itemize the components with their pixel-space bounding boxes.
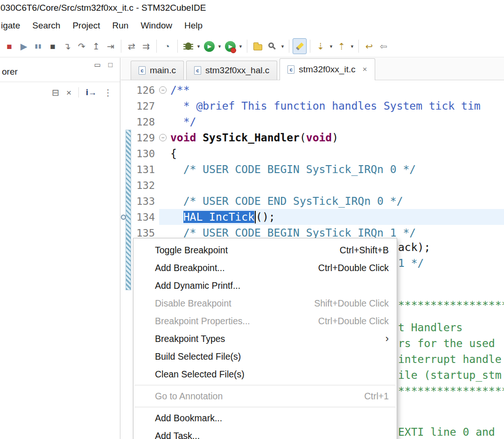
fold-collapse-icon[interactable]: − bbox=[159, 86, 167, 94]
code-fragment: ******************** bbox=[398, 299, 504, 311]
menu-project[interactable]: Project bbox=[66, 18, 106, 34]
line-content[interactable]: { bbox=[159, 146, 504, 161]
gutter-annotation-icon[interactable] bbox=[121, 215, 126, 220]
menu-igate[interactable]: igate bbox=[0, 18, 26, 34]
line-content[interactable]: */ bbox=[159, 114, 504, 130]
debug-icon[interactable] bbox=[181, 38, 195, 54]
debug-dropdown-icon[interactable]: ▾ bbox=[196, 43, 202, 49]
toolbar-separator bbox=[358, 40, 359, 53]
menu-item-label: Toggle Breakpoint bbox=[155, 245, 326, 256]
menu-item-go-to-annotation[interactable]: Go to AnnotationCtrl+1 bbox=[133, 387, 397, 405]
tab-stm32f0xx-it-c[interactable]: cstm32f0xx_it.c× bbox=[280, 58, 375, 80]
menu-item-label: Add Bookmark... bbox=[155, 413, 389, 424]
fold-collapse-icon[interactable]: − bbox=[159, 134, 167, 141]
last-edit-location-icon[interactable]: ↩ bbox=[362, 38, 376, 54]
code-lines: 126−/**127 * @brief This function handle… bbox=[121, 82, 504, 241]
fold-column: − bbox=[159, 86, 170, 94]
previous-annotation-dropdown-icon[interactable]: ▾ bbox=[349, 43, 355, 49]
line-number[interactable]: 126 bbox=[121, 84, 159, 96]
code-line-128: 128 */ bbox=[121, 114, 504, 130]
step-return-icon[interactable]: ↥ bbox=[89, 38, 103, 54]
menu-item-build-selected-file-s[interactable]: Build Selected File(s) bbox=[133, 348, 397, 365]
code-line-133: 133 /* USER CODE END SysTick_IRQn 0 */ bbox=[121, 193, 504, 209]
mark-occurrences-icon[interactable] bbox=[293, 38, 307, 54]
suspend-icon[interactable]: ▮▮ bbox=[31, 38, 45, 54]
line-content[interactable] bbox=[159, 177, 504, 193]
next-annotation-dropdown-icon[interactable]: ▾ bbox=[328, 43, 334, 49]
code-token: void bbox=[170, 132, 196, 144]
maximize-icon[interactable]: □ bbox=[108, 61, 112, 69]
external-tools-dropdown-icon[interactable]: ▾ bbox=[238, 43, 244, 49]
search-dropdown-icon[interactable]: ▾ bbox=[280, 43, 286, 49]
terminate-relaunch-icon[interactable]: ■ bbox=[2, 38, 16, 54]
menu-item-add-task[interactable]: Add Task... bbox=[133, 427, 397, 439]
tab-main-c[interactable]: cmain.c bbox=[131, 61, 184, 80]
step-over-icon[interactable]: ↷ bbox=[75, 38, 89, 54]
line-content[interactable]: /* USER CODE END SysTick_IRQn 0 */ bbox=[159, 193, 504, 209]
terminate-icon[interactable]: ■ bbox=[46, 38, 60, 54]
resume-icon[interactable]: ▶ bbox=[17, 38, 31, 54]
tab-stm32f0xx-hal-c[interactable]: cstm32f0xx_hal.c bbox=[186, 61, 277, 80]
menu-item-label: Add Breakpoint... bbox=[155, 263, 304, 273]
run-dropdown-icon[interactable]: ▾ bbox=[217, 43, 223, 49]
step-filters-icon[interactable]: ⇄ bbox=[125, 38, 139, 54]
view-menu-icon[interactable]: ⋮ bbox=[104, 88, 112, 97]
line-content[interactable]: −void SysTick_Handler(void) bbox=[159, 130, 504, 146]
open-element-icon[interactable] bbox=[251, 38, 265, 54]
menu-item-clean-selected-file-s[interactable]: Clean Selected File(s) bbox=[133, 365, 397, 383]
minimize-icon[interactable]: ▭ bbox=[94, 61, 101, 69]
line-content[interactable]: /* USER CODE BEGIN SysTick_IRQn 0 */ bbox=[159, 161, 504, 177]
close-icon[interactable]: × bbox=[363, 65, 367, 74]
profile-icon[interactable]: ◔ bbox=[160, 38, 174, 54]
menu-item-toggle-breakpoint[interactable]: Toggle BreakpointCtrl+Shift+B bbox=[133, 241, 397, 259]
code-token bbox=[170, 211, 183, 223]
menu-separator bbox=[134, 407, 396, 407]
focus-on-active-task-icon[interactable]: i→ bbox=[86, 88, 97, 97]
search-icon[interactable] bbox=[265, 38, 279, 54]
next-annotation-icon[interactable]: ⇣ bbox=[314, 38, 328, 54]
run-to-line-icon[interactable]: ⇥ bbox=[104, 38, 118, 54]
external-tools-icon[interactable]: ▶ bbox=[223, 38, 237, 54]
menu-help[interactable]: Help bbox=[178, 18, 209, 34]
code-token: SysTick_Handler bbox=[203, 132, 300, 144]
menu-item-breakpoint-properties[interactable]: Breakpoint Properties...Ctrl+Double Clic… bbox=[133, 312, 397, 330]
toolbar: ■▶▮▮■↴↷↥⇥⇄⇉◔▾▶▾▶▾▾⇣▾⇡▾↩⇦ bbox=[0, 35, 504, 57]
line-number[interactable]: 128 bbox=[121, 116, 159, 128]
toolbar-separator bbox=[310, 40, 310, 53]
code-fragment: ile (startup_stm bbox=[398, 369, 502, 381]
menu-search[interactable]: Search bbox=[26, 18, 66, 34]
menu-window[interactable]: Window bbox=[134, 18, 178, 34]
menu-item-label: Disable Breakpoint bbox=[155, 298, 300, 309]
collapse-all-icon[interactable]: ⊟ bbox=[52, 88, 59, 97]
menu-item-shortcut: Ctrl+Double Click bbox=[318, 263, 389, 273]
code-fragment: interrupt handle bbox=[398, 353, 502, 365]
menu-item-shortcut: Shift+Double Click bbox=[314, 298, 389, 309]
menu-item-add-bookmark[interactable]: Add Bookmark... bbox=[133, 409, 397, 427]
instruction-stepping-icon[interactable]: ⇉ bbox=[139, 38, 153, 54]
menu-item-add-dynamic-printf[interactable]: Add Dynamic Printf... bbox=[133, 277, 397, 294]
menu-item-shortcut: Ctrl+1 bbox=[364, 391, 389, 402]
previous-annotation-icon[interactable]: ⇡ bbox=[335, 38, 349, 54]
menu-item-disable-breakpoint[interactable]: Disable BreakpointShift+Double Click bbox=[133, 294, 397, 312]
menu-item-shortcut: Ctrl+Shift+B bbox=[340, 245, 389, 256]
code-token: /** bbox=[170, 84, 190, 96]
link-with-editor-icon[interactable]: × bbox=[66, 88, 71, 97]
line-number[interactable]: 127 bbox=[121, 100, 159, 112]
fold-column: − bbox=[159, 134, 170, 141]
code-token: void bbox=[306, 132, 332, 144]
menu-bar: igateSearchProjectRunWindowHelp bbox=[0, 16, 504, 35]
menu-run[interactable]: Run bbox=[106, 18, 135, 34]
menu-item-breakpoint-types[interactable]: Breakpoint Types› bbox=[133, 330, 397, 348]
line-content[interactable]: * @brief This function handles System ti… bbox=[159, 98, 504, 114]
menu-item-label: Clean Selected File(s) bbox=[155, 369, 389, 380]
line-content[interactable]: HAL_IncTick(); bbox=[159, 209, 504, 225]
diff-change-bar-icon bbox=[126, 130, 131, 290]
menu-item-add-breakpoint[interactable]: Add Breakpoint...Ctrl+Double Click bbox=[133, 259, 397, 277]
step-into-icon[interactable]: ↴ bbox=[60, 38, 74, 54]
back-history-icon[interactable]: ⇦ bbox=[377, 38, 391, 54]
code-token: /* USER CODE END SysTick_IRQn 0 */ bbox=[170, 195, 403, 207]
run-icon[interactable]: ▶ bbox=[202, 38, 216, 54]
code-fragment: ack); bbox=[398, 241, 430, 253]
tab-label: stm32f0xx_hal.c bbox=[205, 65, 269, 76]
line-content[interactable]: −/** bbox=[159, 82, 504, 98]
